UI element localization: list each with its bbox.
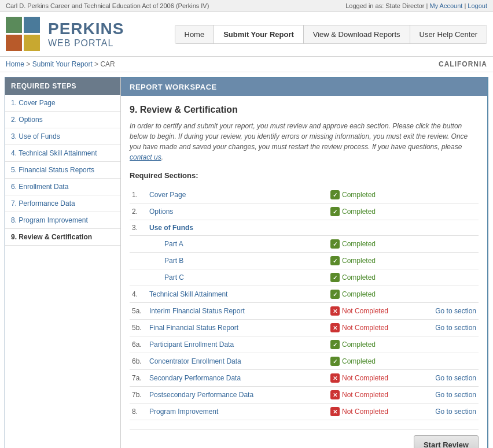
sidebar-item-use-of-funds[interactable]: 3. Use of Funds [5, 128, 120, 145]
row-name: Part C [147, 269, 328, 286]
row-action: Go to section [421, 320, 479, 336]
row-name: Use of Funds [147, 220, 328, 236]
nav-submit-report[interactable]: Submit Your Report [214, 25, 304, 43]
section-link[interactable]: Postsecondary Performance Data [149, 391, 253, 399]
row-num: 1. [130, 187, 147, 203]
main-wrapper: REQUIRED STEPS 1. Cover Page 2. Options … [5, 77, 488, 448]
go-to-section-link[interactable]: Go to section [435, 391, 476, 399]
row-num [130, 253, 147, 269]
row-status: ✓ Completed [328, 187, 421, 203]
row-name: Concentrator Enrollment Data [147, 353, 328, 370]
status-completed: ✓ Completed [330, 290, 418, 299]
contact-us-link[interactable]: contact us [130, 153, 161, 161]
table-row: 4. Technical Skill Attainment ✓ Complete… [130, 286, 479, 303]
row-status: ✓ Completed [328, 286, 421, 303]
sidebar-item-program-improvement[interactable]: 8. Program Improvement [5, 212, 120, 229]
sidebar-item-performance-data[interactable]: 7. Performance Data [5, 195, 120, 212]
row-num: 7b. [130, 387, 147, 403]
top-bar-user-area: Logged in as: State Director | My Accoun… [345, 2, 487, 9]
row-status: ✓ Completed [328, 336, 421, 353]
row-num: 6a. [130, 336, 147, 353]
table-row: 8. Program Improvement ✕ Not Completed G… [130, 403, 479, 420]
row-action [421, 220, 479, 236]
row-num: 8. [130, 403, 147, 420]
logo-icon-blue [24, 17, 40, 33]
x-icon: ✕ [330, 306, 340, 316]
status-completed: ✓ Completed [330, 190, 418, 199]
my-account-link[interactable]: My Account [430, 2, 463, 9]
logo-web-portal: WEB PORTAL [48, 38, 124, 49]
top-bar: Carl D. Perkins Career and Technical Edu… [0, 0, 493, 12]
sidebar-item-options[interactable]: 2. Options [5, 112, 120, 128]
status-not-completed: ✕ Not Completed [330, 306, 418, 316]
section-link[interactable]: Interim Financial Status Report [149, 307, 245, 315]
breadcrumb-sep-1: > [26, 60, 32, 68]
sidebar-item-enrollment-data[interactable]: 6. Enrollment Data [5, 179, 120, 195]
breadcrumb-home[interactable]: Home [6, 60, 24, 68]
logo-icon-orange [6, 35, 22, 51]
go-to-section-link[interactable]: Go to section [435, 324, 476, 332]
breadcrumb-bar: Home > Submit Your Report > CAR CALIFORN… [0, 57, 493, 72]
status-completed: ✓ Completed [330, 256, 418, 265]
x-icon: ✕ [330, 373, 340, 383]
row-status: ✓ Completed [328, 203, 421, 220]
row-status: ✓ Completed [328, 269, 421, 286]
breadcrumb-sep-2: > [94, 60, 100, 68]
check-icon: ✓ [330, 239, 340, 249]
nav-view-download[interactable]: View & Download Reports [304, 25, 410, 43]
section-link[interactable]: Final Financial Status Report [149, 324, 238, 332]
sidebar-item-financial-status[interactable]: 5. Financial Status Reports [5, 162, 120, 179]
sidebar-item-review-certification[interactable]: 9. Review & Certification [5, 229, 120, 246]
row-name: Options [147, 203, 328, 220]
workspace: REPORT WORKSPACE 9. Review & Certificati… [121, 77, 488, 448]
x-icon: ✕ [330, 407, 340, 416]
status-not-completed: ✕ Not Completed [330, 323, 418, 332]
main-nav: Home Submit Your Report View & Download … [175, 25, 488, 44]
row-action: Go to section [421, 387, 479, 403]
sidebar-item-technical-skill[interactable]: 4. Technical Skill Attainment [5, 145, 120, 162]
sidebar: REQUIRED STEPS 1. Cover Page 2. Options … [5, 77, 121, 448]
check-icon: ✓ [330, 290, 340, 299]
logout-link[interactable]: Logout [468, 2, 487, 9]
row-num: 4. [130, 286, 147, 303]
nav-home[interactable]: Home [175, 25, 215, 43]
logged-in-label: Logged in as: State Director [345, 2, 424, 9]
row-num [130, 269, 147, 286]
table-row: Part B ✓ Completed [130, 253, 479, 269]
nav-user-help[interactable]: User Help Center [410, 25, 487, 43]
start-review-button[interactable]: Start Review [414, 435, 479, 448]
table-row: 1. Cover Page ✓ Completed [130, 187, 479, 203]
status-completed: ✓ Completed [330, 273, 418, 282]
section-link[interactable]: Program Improvement [149, 408, 218, 416]
logo-icons [6, 17, 41, 51]
table-row: Part C ✓ Completed [130, 269, 479, 286]
breadcrumb-submit-report[interactable]: Submit Your Report [32, 60, 93, 68]
check-icon: ✓ [330, 340, 340, 349]
status-not-completed: ✕ Not Completed [330, 373, 418, 383]
row-action [421, 253, 479, 269]
breadcrumb: Home > Submit Your Report > CAR [6, 60, 115, 68]
table-row: 6a. Participant Enrollment Data ✓ Comple… [130, 336, 479, 353]
status-completed: ✓ Completed [330, 207, 418, 216]
row-action: Go to section [421, 403, 479, 420]
top-bar-title: Carl D. Perkins Career and Technical Edu… [6, 2, 209, 9]
nav-area: Home Submit Your Report View & Download … [175, 25, 488, 44]
table-row: 2. Options ✓ Completed [130, 203, 479, 220]
row-action [421, 286, 479, 303]
x-icon: ✕ [330, 390, 340, 399]
directions: In order to certify and submit your repo… [130, 121, 479, 162]
breadcrumb-car: CAR [100, 60, 115, 68]
row-num: 5a. [130, 303, 147, 320]
go-to-section-link[interactable]: Go to section [435, 408, 476, 416]
sidebar-item-cover-page[interactable]: 1. Cover Page [5, 95, 120, 112]
section-link[interactable]: Secondary Performance Data [149, 374, 241, 382]
logo-icon-gold [24, 35, 40, 51]
row-status: ✕ Not Completed [328, 403, 421, 420]
go-to-section-link[interactable]: Go to section [435, 307, 476, 315]
table-row: 5a. Interim Financial Status Report ✕ No… [130, 303, 479, 320]
go-to-section-link[interactable]: Go to section [435, 374, 476, 382]
row-status: ✕ Not Completed [328, 303, 421, 320]
row-status: ✕ Not Completed [328, 370, 421, 387]
table-row: 7a. Secondary Performance Data ✕ Not Com… [130, 370, 479, 387]
row-status [328, 220, 421, 236]
